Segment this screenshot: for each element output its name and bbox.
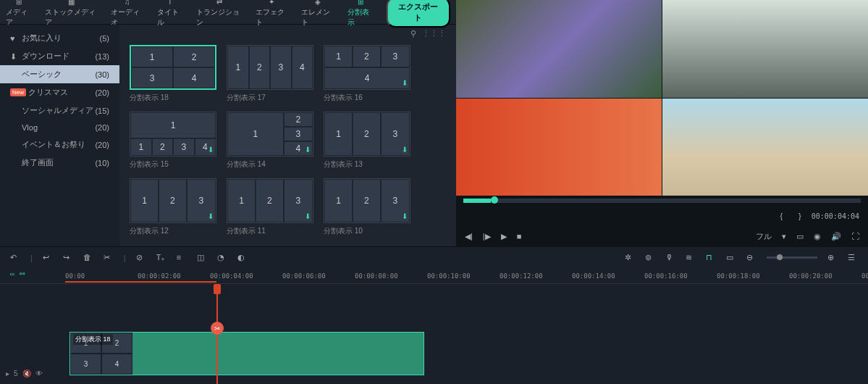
marker-icon[interactable]: ⊓ (706, 253, 716, 263)
preview-scrubber[interactable] (463, 199, 861, 203)
sidebar-count: (20) (95, 141, 109, 149)
download-icon[interactable]: ⬇ (208, 212, 214, 220)
zoom-out-icon[interactable]: ⊖ (746, 253, 757, 263)
tab-stock[interactable]: ▦ストックメディア (45, 0, 98, 28)
preview-pane-3 (456, 99, 662, 196)
clip-thumb-cell: 4 (101, 354, 132, 375)
sidebar-item[interactable]: イベント＆お祭り(20) (0, 135, 119, 154)
mark-in-icon[interactable]: { (780, 212, 783, 220)
mixer-icon[interactable]: ≋ (686, 253, 696, 263)
time-mark: 00:00:18:00 (717, 272, 760, 280)
play-backward-icon[interactable]: |▶ (483, 232, 491, 241)
render-icon[interactable]: ✲ (625, 253, 635, 263)
fit-icon[interactable]: ▭ (726, 253, 736, 263)
template-cell: 2 (353, 179, 381, 222)
tab-text[interactable]: Tタイトル (157, 0, 183, 28)
tag-icon[interactable]: ⊘ (136, 253, 146, 263)
template-cell: 1 (130, 112, 216, 138)
settings-icon[interactable]: ☰ (848, 253, 858, 263)
sidebar-label: お気に入り (22, 33, 100, 43)
track-lock-icon[interactable]: 👁 (35, 370, 43, 377)
time-mark: 00:00:08:00 (355, 272, 398, 280)
sidebar-item[interactable]: Newクリスマス(20) (0, 83, 119, 101)
zoom-slider[interactable] (767, 256, 817, 259)
split-template[interactable]: 123⬇ (130, 178, 216, 223)
sidebar-item[interactable]: ♥お気に入り(5) (0, 29, 119, 47)
download-icon[interactable]: ⬇ (402, 79, 408, 87)
tab-music[interactable]: ♫オーディオ (111, 0, 143, 28)
fullscreen-icon[interactable]: ⛶ (851, 232, 859, 241)
display-icon[interactable]: ▭ (796, 232, 804, 241)
chevron-down-icon[interactable]: ▾ (782, 232, 786, 241)
tab-element[interactable]: ◈エレメント (301, 0, 334, 28)
time-mark: 00:00:20:00 (789, 272, 833, 280)
template-cell: 3 (131, 67, 173, 88)
align-icon[interactable]: ≡ (177, 253, 187, 263)
preview-pane-1 (456, 0, 662, 98)
download-icon[interactable]: ⬇ (305, 212, 311, 220)
timeline[interactable]: ▭ ⚯ 00:0000:00:02:0000:00:04:0000:00:06:… (0, 268, 868, 384)
download-icon[interactable]: ⬇ (402, 212, 408, 220)
cut-icon[interactable]: ✂ (104, 253, 114, 263)
sidebar-count: (10) (95, 159, 109, 167)
template-cell: 1 (324, 112, 353, 156)
timeline-clip-icon[interactable]: ▭ (10, 270, 14, 277)
snapshot-icon[interactable]: ◉ (814, 232, 821, 241)
crop-icon[interactable]: ◫ (197, 253, 207, 263)
clip-label: 分割表示 18 (73, 334, 113, 345)
sidebar-count: (5) (100, 34, 109, 43)
template-cell: 2 (159, 179, 187, 222)
track-mute-icon[interactable]: 🔇 (22, 370, 31, 377)
split-template[interactable]: 1234⬇ (324, 45, 410, 90)
sidebar-item[interactable]: 終了画面(10) (0, 154, 119, 172)
play-icon[interactable]: ▶ (501, 232, 507, 241)
download-icon[interactable]: ⬇ (402, 146, 408, 154)
redo-fwd-icon[interactable]: ↪ (63, 253, 73, 263)
clip-thumb-cell: 3 (70, 354, 101, 375)
mic-icon[interactable]: 🎙 (665, 253, 675, 263)
split-template[interactable]: 11234⬇ (130, 112, 216, 156)
record-icon[interactable]: ⊚ (645, 253, 655, 263)
search-icon[interactable]: ⚲ (410, 29, 416, 38)
sidebar-item[interactable]: Vlog(20) (0, 120, 119, 135)
volume-icon[interactable]: 🔊 (831, 232, 841, 241)
export-button[interactable]: エクスポート (387, 0, 450, 28)
download-icon[interactable]: ⬇ (305, 146, 311, 154)
timeline-toolbar: ↶ | ↩ ↪ 🗑 ✂ | ⊘ T₊ ≡ ◫ ◔ ◐ ✲ ⊚ 🎙 ≋ ⊓ ▭ ⊖… (0, 246, 868, 268)
mark-out-icon[interactable]: } (799, 212, 801, 220)
template-cell: 1 (131, 46, 173, 67)
split-template[interactable]: 1234 (130, 45, 216, 90)
timeline-clip[interactable]: 分割表示 18 1234 (69, 332, 424, 375)
text-add-icon[interactable]: T₊ (156, 253, 167, 263)
tab-transition[interactable]: ⇄トランジション (196, 0, 243, 28)
time-mark: 00:00:04:00 (210, 272, 253, 280)
template-cell: 2 (353, 46, 381, 67)
timeline-link-icon[interactable]: ⚯ (20, 270, 25, 277)
delete-icon[interactable]: 🗑 (83, 253, 93, 263)
tab-folder[interactable]: ⊞メディア (6, 0, 32, 28)
undo-icon[interactable]: ↶ (10, 253, 20, 263)
zoom-in-icon[interactable]: ⊕ (827, 253, 838, 263)
speed-icon[interactable]: ◔ (217, 253, 227, 263)
split-template[interactable]: 1234 (227, 45, 313, 90)
sidebar-item[interactable]: ベーシック(30) (0, 65, 119, 83)
prev-frame-icon[interactable]: ◀| (465, 232, 473, 241)
track-expand-icon[interactable]: ▸ (6, 370, 9, 377)
template-cell: 1 (130, 138, 152, 156)
quality-label[interactable]: フル (756, 231, 772, 242)
color-icon[interactable]: ◐ (237, 253, 248, 263)
template-cell: 4 (292, 46, 313, 89)
sidebar-item[interactable]: ⬇ダウンロード(13) (0, 47, 119, 65)
redo-back-icon[interactable]: ↩ (43, 253, 53, 263)
grid-view-icon[interactable]: ⋮⋮⋮ (422, 29, 446, 38)
stop-icon[interactable]: ■ (517, 232, 522, 241)
tab-split[interactable]: ⊞分割表示 (347, 0, 374, 28)
split-template[interactable]: 123⬇ (227, 178, 313, 223)
playhead-cut-icon[interactable]: ✂ (211, 322, 224, 335)
split-template[interactable]: 123⬇ (324, 178, 410, 223)
sidebar-item[interactable]: ソーシャルメディア(15) (0, 101, 119, 120)
split-template[interactable]: 123⬇ (324, 112, 410, 156)
download-icon[interactable]: ⬇ (208, 146, 214, 154)
split-template[interactable]: 1234⬇ (227, 112, 313, 156)
tab-sparkle[interactable]: ✦エフェクト (256, 0, 288, 28)
